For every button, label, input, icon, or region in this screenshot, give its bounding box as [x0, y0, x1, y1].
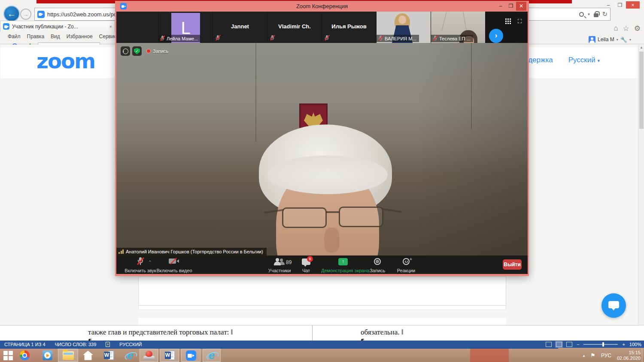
taskbar-media-player[interactable] [41, 349, 54, 362]
show-desktop-button[interactable] [642, 349, 644, 362]
back-button[interactable]: ← [3, 6, 20, 22]
zoom-close-button[interactable]: ✕ [516, 2, 526, 11]
word-count[interactable]: ЧИСЛО СЛОВ: 339 [55, 342, 97, 347]
taskbar-word-running[interactable]: W [160, 349, 179, 362]
participant-label: ВАЛЕРИЯ М... [377, 35, 419, 42]
menu-tools[interactable]: Сервис [99, 33, 117, 40]
participant-tile-tesleva[interactable]: Теслева ЕП ... [431, 12, 485, 43]
web-layout-icon[interactable] [566, 342, 572, 347]
page-scrollbar[interactable]: ▲ [638, 45, 644, 325]
wrench-icon[interactable]: 🔧 [620, 37, 627, 43]
zoom-in-button[interactable]: + [622, 342, 625, 347]
favorites-star-icon[interactable]: ☆ [623, 24, 629, 33]
ie-maximize-button[interactable]: ❐ [615, 1, 625, 9]
browser-tab[interactable]: Участник публикации - Zo... × [0, 21, 115, 32]
start-button[interactable] [2, 349, 15, 362]
system-tray: ▴ ⚑ РУС 15:15 02.06.2020 [583, 349, 641, 362]
zoom-maximize-button[interactable]: ❐ [506, 2, 516, 11]
participant-tile-ilya[interactable]: Илья Рыжов [322, 12, 376, 43]
search-caret-icon[interactable]: ▼ [587, 12, 591, 16]
participants-button[interactable]: 89 Участники [267, 257, 292, 265]
participant-tile-empty[interactable] [116, 12, 158, 43]
muted-mic-icon [378, 35, 383, 42]
zoom-slider-thumb[interactable] [602, 342, 604, 347]
participant-label: Лейла Маме... [158, 35, 200, 42]
menu-edit[interactable]: Правка [27, 33, 45, 40]
next-participants-button[interactable]: › [489, 29, 503, 43]
ie-minimize-button[interactable]: – [603, 1, 614, 9]
print-layout-icon[interactable] [556, 342, 562, 347]
language-indicator[interactable]: РУССКИЙ [119, 342, 142, 347]
read-mode-icon[interactable] [546, 342, 552, 347]
clock[interactable]: 15:15 02.06.2020 [617, 350, 641, 361]
zoom-logo[interactable]: zoom [36, 51, 95, 71]
settings-gear-icon[interactable]: ⚙ [634, 24, 641, 33]
menu-favorites[interactable]: Избранное [67, 33, 93, 40]
muted-mic-icon [270, 35, 275, 41]
taskbar-ie-running[interactable]: e [203, 349, 221, 362]
account-name[interactable]: Leila M [598, 37, 614, 43]
reactions-button[interactable]: + Реакции [395, 257, 417, 265]
refresh-icon[interactable]: ↻ [602, 10, 608, 18]
taskbar-explorer[interactable] [58, 349, 78, 362]
security-shield-icon[interactable]: ✓ [132, 46, 142, 56]
help-chat-button[interactable] [601, 293, 626, 318]
page-indicator[interactable]: СТРАНИЦА 1 ИЗ 4 [4, 342, 46, 347]
page-links: оддержка Русский ▾ [520, 56, 600, 64]
taskbar-zoom-running[interactable] [181, 349, 200, 362]
zoom-out-button[interactable]: − [577, 342, 579, 347]
meeting-info-icon[interactable]: i [121, 46, 130, 56]
zoom-slider[interactable] [583, 344, 618, 345]
record-button[interactable]: Запись [368, 257, 387, 265]
gallery-view-icon[interactable] [505, 18, 512, 25]
forward-button[interactable]: → [20, 9, 31, 20]
home-icon[interactable]: ⌂ [614, 24, 618, 33]
menu-file[interactable]: Файл [8, 33, 21, 40]
audio-options-caret-icon[interactable]: ⌃ [148, 260, 152, 265]
google-account[interactable]: Leila M ▾ 🔧 ▾ [589, 36, 631, 43]
signal-bars-icon [118, 249, 124, 254]
language-caret-icon[interactable]: ▾ [597, 58, 600, 63]
taskbar-home[interactable] [82, 349, 94, 362]
share-screen-button[interactable]: ↑ Демонстрация экрана [321, 257, 365, 265]
zoom-minimize-button[interactable]: – [495, 2, 506, 11]
language-selector[interactable]: Русский ▾ [568, 56, 600, 64]
scroll-up-icon[interactable]: ▲ [638, 45, 644, 51]
muted-mic-icon [160, 35, 165, 42]
participant-tile-valeria[interactable]: ВАЛЕРИЯ М... [377, 12, 431, 43]
folder-icon [63, 351, 74, 360]
scrollbar-thumb[interactable] [639, 52, 644, 129]
chat-button[interactable]: 9 Чат [297, 257, 316, 265]
fullscreen-icon[interactable]: ⛶ [518, 18, 523, 24]
ie-close-button[interactable]: × [626, 1, 640, 9]
speaker-name-bar: Анатолий Иванович Горшков (Торгпредство … [116, 248, 267, 256]
lock-icon [594, 13, 598, 17]
tray-time: 15:15 [617, 350, 641, 356]
participant-tile-jannet[interactable]: Jannet [213, 12, 267, 43]
wrench-caret-icon[interactable]: ▾ [629, 38, 631, 42]
taskbar-recorder-app[interactable] [140, 349, 158, 362]
zoom-percent[interactable]: 100% [629, 342, 641, 347]
meeting-info-overlay: i ✓ Запись [121, 46, 168, 56]
zoom-titlebar[interactable]: Zoom Конференция – ❐ ✕ [115, 1, 529, 12]
start-video-button[interactable]: Включить видео [153, 257, 196, 265]
account-caret-icon[interactable]: ▾ [617, 38, 618, 42]
participant-tile-leila[interactable]: L Лейла Маме... [158, 12, 213, 43]
hidden-icons-caret[interactable]: ▴ [583, 353, 585, 358]
keyboard-language[interactable]: РУС [601, 353, 611, 359]
participant-tile-vladimir[interactable]: Vladimir Ch. [267, 12, 322, 43]
taskbar-ie-pinned[interactable]: e [124, 349, 137, 362]
proofing-icon[interactable]: х [106, 342, 110, 347]
tab-close-icon[interactable]: × [109, 24, 112, 29]
taskbar-word-pinned[interactable]: W [102, 349, 115, 362]
word-status-bar: СТРАНИЦА 1 ИЗ 4 ЧИСЛО СЛОВ: 339 х РУССКИ… [0, 341, 644, 348]
share-screen-icon: ↑ [338, 258, 348, 265]
word-document-band: также глав и представителей торговых пал… [0, 325, 644, 341]
address-bar-icons: ▼ ↻ [579, 8, 608, 20]
leave-meeting-button[interactable]: Выйти [503, 259, 522, 270]
taskbar-chrome[interactable] [18, 349, 31, 362]
chat-icon: 9 [302, 259, 310, 265]
search-icon[interactable] [579, 12, 584, 17]
menu-view[interactable]: Вид [51, 33, 60, 40]
action-center-flag-icon[interactable]: ⚑ [590, 352, 595, 359]
